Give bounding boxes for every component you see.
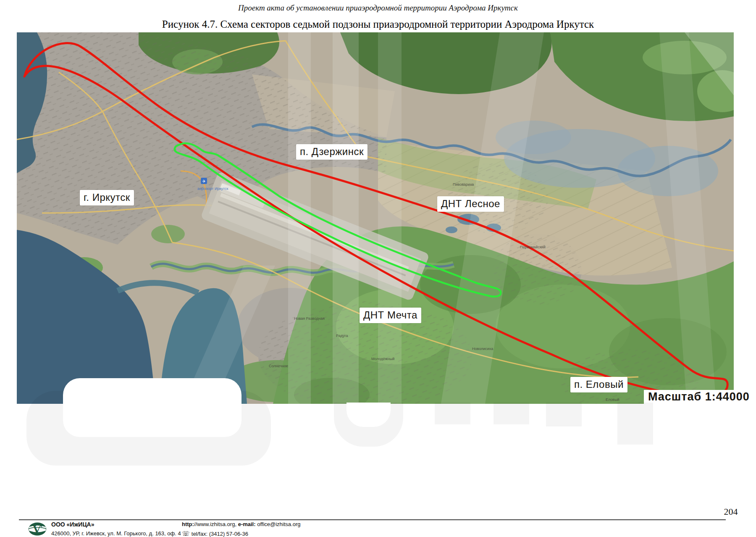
http-label: http: bbox=[182, 521, 194, 527]
document-page: Проект акта об установлении приаэродромн… bbox=[0, 0, 756, 537]
map-image: ✈ bbox=[17, 32, 734, 404]
figure-title: Рисунок 4.7. Схема секторов седьмой подз… bbox=[0, 18, 756, 30]
company-web: http://www.izhitsa.org, e-mail: office@i… bbox=[182, 521, 300, 527]
page-number: 204 bbox=[714, 506, 748, 517]
site-url[interactable]: //www.izhitsa.org, bbox=[194, 521, 236, 527]
svg-text:✈: ✈ bbox=[202, 179, 205, 184]
document-header: Проект акта об установлении приаэродромн… bbox=[0, 3, 756, 13]
company-address: 426000, УР, г. Ижевск, ул. М. Горького, … bbox=[51, 530, 181, 537]
satellite-map-svg: ✈ bbox=[17, 32, 734, 404]
map-scale-label: Масштаб 1:44000 bbox=[644, 390, 754, 405]
company-name: ООО «ИжИЦА» bbox=[51, 521, 181, 528]
phone-icon: ☏ bbox=[182, 530, 190, 537]
page-footer: Ѵ ООО «ИжИЦА» 426000, УР, г. Ижевск, ул.… bbox=[0, 521, 756, 537]
footer-rule bbox=[19, 519, 726, 520]
airport-icon: ✈ bbox=[201, 178, 207, 184]
email-label: e-mail: bbox=[238, 521, 256, 527]
svg-text:Ѵ: Ѵ bbox=[33, 523, 42, 536]
email-value[interactable]: office@izhitsa.org bbox=[257, 521, 300, 527]
company-phone-line: ☏tel/fax: (3412) 57-06-36 bbox=[182, 530, 300, 537]
phone-value: tel/fax: (3412) 57-06-36 bbox=[192, 531, 248, 537]
izhitsa-logo: Ѵ bbox=[28, 522, 47, 536]
